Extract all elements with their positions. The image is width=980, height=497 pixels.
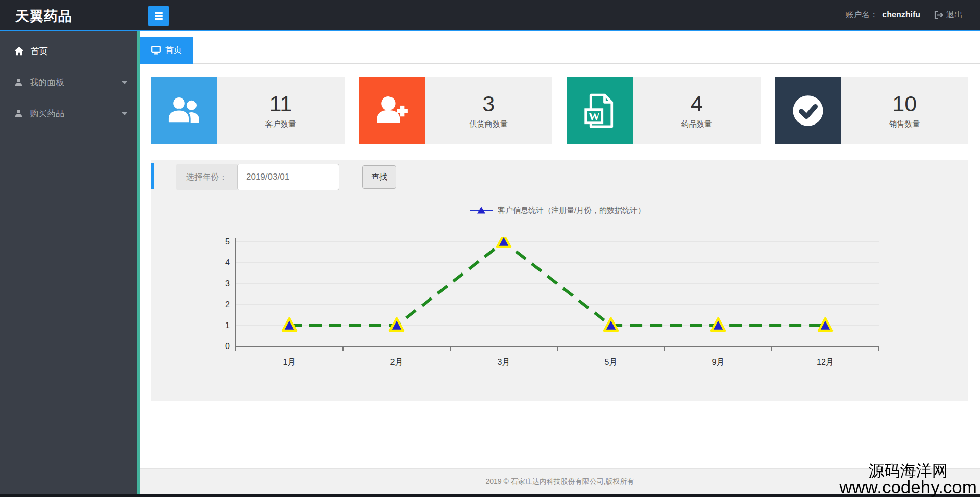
sidebar-item-my-panel[interactable]: 我的面板 <box>0 70 140 94</box>
svg-text:0: 0 <box>225 342 230 351</box>
stat-label: 销售数量 <box>889 119 920 129</box>
chart-legend: 客户信息统计（注册量/月份，的数据统计） <box>220 205 894 216</box>
user-plus-icon <box>373 91 411 130</box>
sidebar-item-home[interactable]: 首页 <box>0 39 140 63</box>
hamburger-menu-button[interactable] <box>148 6 169 26</box>
stat-value: 10 <box>892 92 917 116</box>
stat-card-suppliers: 3 供货商数量 <box>359 77 553 144</box>
sidebar-item-buy-drugs[interactable]: 购买药品 <box>0 102 140 125</box>
stat-card-body: 3 供货商数量 <box>425 77 553 144</box>
user-icon <box>14 109 23 118</box>
stat-value: 3 <box>482 92 495 116</box>
svg-text:W: W <box>588 110 600 123</box>
svg-text:2月: 2月 <box>390 358 403 366</box>
monitor-icon <box>151 46 161 55</box>
stat-icon-box <box>359 77 425 144</box>
stat-label: 客户数量 <box>265 119 296 129</box>
stat-card-customers: 11 客户数量 <box>151 77 345 144</box>
sidebar: 首页 我的面板 购买药品 <box>0 31 140 494</box>
check-circle-icon <box>789 91 827 130</box>
stat-card-drugs: W 4 药品数量 <box>567 77 761 144</box>
account-username: chenzhifu <box>882 10 920 19</box>
logout-button[interactable]: 退出 <box>934 10 963 20</box>
svg-text:2: 2 <box>225 300 230 309</box>
legend-triangle-marker-icon <box>470 206 493 215</box>
search-button[interactable]: 查找 <box>362 165 396 189</box>
watermark-line2: www.codehy.com <box>839 479 977 495</box>
sidebar-item-label: 购买药品 <box>30 108 64 119</box>
sidebar-item-label: 我的面板 <box>30 77 64 88</box>
stat-card-body: 4 药品数量 <box>633 77 761 144</box>
logout-label: 退出 <box>946 10 963 20</box>
svg-text:9月: 9月 <box>712 358 725 366</box>
svg-text:4: 4 <box>225 258 230 267</box>
header-account-area: 账户名： chenzhifu 退出 <box>845 0 963 30</box>
legend-label: 客户信息统计（注册量/月份，的数据统计） <box>498 206 645 215</box>
year-filter-label: 选择年份： <box>176 164 237 190</box>
stat-card-body: 11 客户数量 <box>217 77 345 144</box>
watermark: 源码海洋网 www.codehy.com <box>839 463 977 495</box>
line-chart: 0123451月2月3月5月9月12月 <box>220 237 894 371</box>
chart-panel: 选择年份： 查找 客户信息统计（注册量/月份，的数据统计） 0123451月2月… <box>151 160 968 401</box>
tab-label: 首页 <box>165 45 182 56</box>
watermark-line1: 源码海洋网 <box>839 463 977 478</box>
chevron-down-icon[interactable] <box>121 81 128 84</box>
svg-text:3月: 3月 <box>498 358 510 366</box>
users-icon <box>164 91 203 130</box>
hamburger-icon <box>155 12 163 14</box>
panel-accent-bar <box>151 163 154 189</box>
year-filter: 选择年份： 查找 <box>176 164 396 190</box>
tab-bar: 首页 <box>140 31 980 64</box>
stat-value: 4 <box>691 92 703 116</box>
main-content: 首页 11 客户数量 <box>140 31 980 494</box>
stat-card-body: 10 销售数量 <box>841 77 969 144</box>
stat-card-sales: 10 销售数量 <box>775 77 969 144</box>
stat-icon-box <box>151 77 217 144</box>
bottom-dark-bar <box>0 494 980 497</box>
stat-icon-box <box>775 77 841 144</box>
user-icon <box>14 78 23 87</box>
logout-icon <box>934 11 944 19</box>
svg-text:12月: 12月 <box>817 358 834 366</box>
svg-text:1月: 1月 <box>283 358 296 366</box>
hamburger-icon <box>155 18 163 20</box>
stat-value: 11 <box>269 92 292 116</box>
svg-text:5月: 5月 <box>605 358 618 366</box>
stat-label: 供货商数量 <box>470 119 508 129</box>
stat-label: 药品数量 <box>681 119 712 129</box>
chevron-down-icon[interactable] <box>121 112 128 115</box>
tab-home[interactable]: 首页 <box>140 37 193 64</box>
svg-text:5: 5 <box>225 237 230 246</box>
stat-icon-box: W <box>567 77 633 144</box>
sidebar-item-label: 首页 <box>31 45 48 57</box>
account-label: 账户名： <box>845 10 878 20</box>
svg-text:1: 1 <box>225 321 230 330</box>
svg-text:3: 3 <box>225 279 230 288</box>
date-input[interactable] <box>237 164 339 190</box>
word-file-icon: W <box>580 91 619 130</box>
copyright-text: 2019 © 石家庄达内科技股份有限公司,版权所有 <box>485 477 634 486</box>
app-logo: 天翼药品 <box>15 7 72 26</box>
hamburger-icon <box>155 15 163 17</box>
stat-cards-row: 11 客户数量 3 供货商数量 <box>151 77 968 144</box>
top-header: 天翼药品 账户名： chenzhifu 退出 <box>0 0 980 31</box>
home-icon <box>14 47 24 56</box>
